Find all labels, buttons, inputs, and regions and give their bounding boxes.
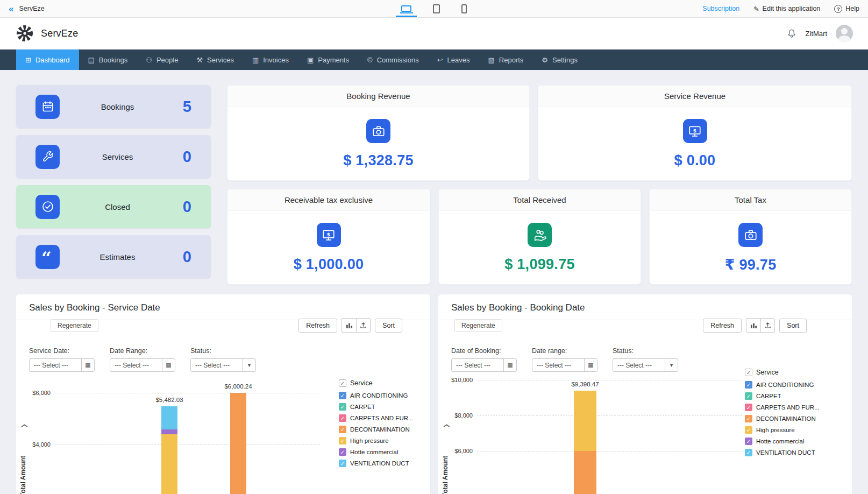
legend-item[interactable]: ✓AIR CONDITIONING	[339, 392, 414, 399]
legend-header-checkbox[interactable]: ✓	[339, 379, 346, 387]
legend-item[interactable]: ✓CARPETS AND FUR...	[745, 404, 820, 411]
subscription-link[interactable]: Subscription	[702, 5, 739, 12]
refresh-button[interactable]: Refresh	[703, 319, 742, 333]
metric-title: Booking Revenue	[227, 86, 529, 107]
legend-item[interactable]: ✓Hotte commercial	[745, 437, 820, 445]
legend-checkbox[interactable]: ✓	[745, 381, 752, 389]
topbar-right: Subscription ✎ Edit this application ? H…	[702, 5, 859, 13]
screen-dollar-icon: $	[317, 223, 341, 247]
legend-checkbox[interactable]: ✓	[339, 426, 346, 433]
legend-item[interactable]: ✓CARPET	[339, 403, 414, 411]
sort-button[interactable]: Sort	[375, 319, 402, 333]
legend-item-label: High pressure	[756, 427, 795, 433]
y-axis-title: Total Amount	[19, 456, 27, 494]
legend-checkbox[interactable]: ✓	[339, 414, 346, 422]
bar-segment-high-pressure[interactable]	[574, 391, 596, 451]
stat-card-bookings[interactable]: Bookings 5	[16, 85, 211, 128]
legend-item[interactable]: ✓VENTILATION DUCT	[745, 449, 820, 456]
dashboard-icon: ⊞	[25, 56, 31, 64]
chart-plot-area: $10,000$8,000$6,000$9,398.47	[449, 364, 742, 494]
legend-checkbox[interactable]: ✓	[745, 426, 752, 434]
stat-label: Bookings	[60, 102, 175, 111]
topbar-left: « ServEze	[9, 4, 45, 13]
bar-segment-decontamination[interactable]	[574, 451, 596, 494]
nav-tab-invoices[interactable]: ▥Invoices	[243, 50, 298, 70]
metric-title: Total Tax	[650, 189, 851, 211]
metric-title: Service Revenue	[538, 86, 851, 107]
nav-tab-dashboard[interactable]: ⊞Dashboard	[16, 50, 79, 70]
legend-item[interactable]: ✓DECONTAMINATION	[745, 415, 820, 422]
main-nav: ⊞Dashboard ▤Bookings ⚇People ⚒Services ▥…	[0, 50, 868, 70]
bell-icon[interactable]	[786, 28, 797, 39]
legend-checkbox[interactable]: ✓	[745, 415, 752, 422]
nav-tab-payments[interactable]: ▣Payments	[298, 50, 358, 70]
svg-text:$: $	[693, 127, 696, 133]
nav-tab-commissions[interactable]: ©Commissions	[358, 50, 428, 70]
legend-items: ✓AIR CONDITIONING✓CARPET✓CARPETS AND FUR…	[745, 381, 820, 456]
legend-item[interactable]: ✓High pressure	[745, 426, 820, 434]
chart-title: Sales by Booking - Booking Date	[438, 294, 852, 320]
legend-item[interactable]: ✓CARPET	[745, 392, 820, 400]
legend-item[interactable]: ✓VENTILATION DUCT	[339, 460, 414, 467]
stat-card-services[interactable]: Services 0	[16, 135, 211, 178]
services-icon: ⚒	[196, 56, 203, 64]
legend-checkbox[interactable]: ✓	[339, 460, 346, 467]
legend-item[interactable]: ✓CARPETS AND FUR...	[339, 414, 414, 422]
legend-checkbox[interactable]: ✓	[745, 437, 752, 445]
metric-title: Receivable tax exclusive	[227, 189, 430, 211]
nav-tab-reports[interactable]: ▧Reports	[479, 50, 533, 70]
help-link[interactable]: ? Help	[834, 5, 859, 13]
bar-segment-high-pressure[interactable]	[161, 434, 177, 494]
edit-application-link[interactable]: ✎ Edit this application	[753, 5, 820, 13]
legend-header-checkbox[interactable]: ✓	[745, 369, 752, 376]
calendar-icon	[35, 95, 60, 119]
legend-item[interactable]: ✓DECONTAMINATION	[339, 426, 414, 433]
refresh-button[interactable]: Refresh	[298, 319, 337, 333]
export-icon	[764, 322, 771, 329]
legend-checkbox[interactable]: ✓	[339, 403, 346, 411]
avatar[interactable]	[836, 25, 853, 42]
reports-icon: ▧	[488, 56, 495, 64]
chart-panel-service-date: Sales by Booking - Service Date Regenera…	[16, 294, 430, 494]
legend-item[interactable]: ✓Hotte commercial	[339, 448, 414, 456]
nav-tab-people[interactable]: ⚇People	[137, 50, 187, 70]
question-icon: ?	[834, 5, 842, 13]
legend-header[interactable]: ✓ Service	[745, 369, 820, 376]
phone-preview-button[interactable]	[458, 0, 470, 17]
legend-item[interactable]: ✓High pressure	[339, 437, 414, 444]
export-button[interactable]	[356, 318, 371, 333]
legend-checkbox[interactable]: ✓	[339, 392, 346, 399]
bar-segment-ventilation-duct[interactable]	[161, 406, 177, 429]
device-preview-switcher	[398, 0, 470, 17]
chart-toolbar: Refresh Sort	[298, 318, 402, 333]
nav-tab-settings[interactable]: ⚙Settings	[532, 50, 587, 70]
legend-item[interactable]: ✓AIR CONDITIONING	[745, 381, 820, 389]
stat-value: 0	[175, 148, 191, 166]
bar-segment-decontamination[interactable]	[230, 393, 246, 494]
chart-type-button[interactable]	[341, 318, 356, 333]
chart-panel-booking-date: Sales by Booking - Booking Date Regenera…	[438, 294, 852, 494]
stat-card-closed[interactable]: Closed 0	[16, 185, 211, 228]
chart-type-button[interactable]	[746, 318, 760, 333]
nav-tab-bookings[interactable]: ▤Bookings	[79, 50, 137, 70]
desktop-preview-button[interactable]	[398, 0, 415, 17]
legend-header[interactable]: ✓ Service	[339, 379, 414, 387]
export-button[interactable]	[760, 318, 775, 333]
legend-checkbox[interactable]: ✓	[339, 448, 346, 456]
nav-tab-services[interactable]: ⚒Services	[187, 50, 243, 70]
legend-checkbox[interactable]: ✓	[339, 437, 346, 444]
double-chevron-icon[interactable]: «	[9, 4, 13, 13]
regenerate-button[interactable]: Regenerate	[454, 319, 502, 332]
legend-checkbox[interactable]: ✓	[745, 392, 752, 400]
legend-item-label: Hotte commercial	[350, 449, 398, 455]
sort-button[interactable]: Sort	[779, 319, 807, 333]
tablet-preview-button[interactable]	[430, 0, 443, 17]
legend-checkbox[interactable]: ✓	[745, 449, 752, 456]
bar-segment-hotte-commercial[interactable]	[161, 429, 177, 434]
legend-checkbox[interactable]: ✓	[745, 404, 752, 411]
stat-card-estimates[interactable]: “ Estimates 0	[16, 235, 211, 278]
regenerate-button[interactable]: Regenerate	[51, 319, 98, 332]
nav-tab-leaves[interactable]: ↩Leaves	[428, 50, 479, 70]
bookings-icon: ▤	[88, 56, 95, 64]
system-topbar: « ServEze Subscription ✎ Edit this appli…	[0, 0, 868, 18]
